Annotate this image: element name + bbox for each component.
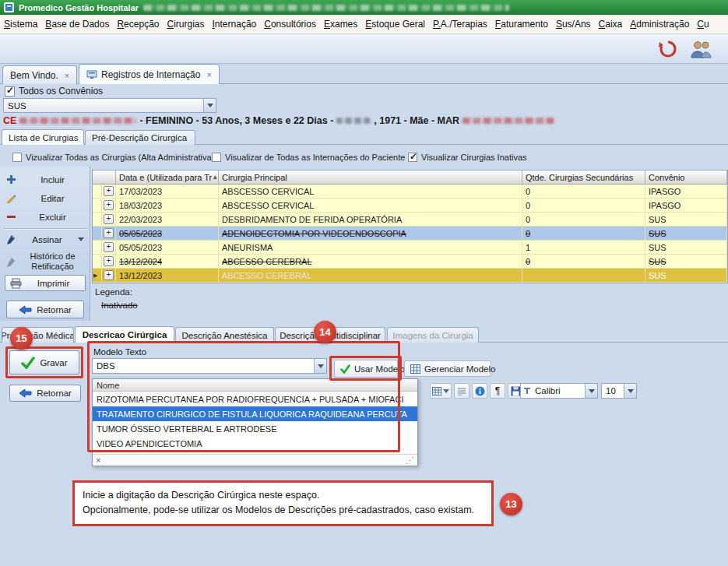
table-row[interactable]: + 22/03/2023 DESBRIDAMENTO DE FERIDA OPE… [93, 213, 727, 227]
tab-lista-de-cirurgias[interactable]: Lista de Cirurgias [2, 129, 84, 145]
info-icon[interactable] [472, 383, 487, 399]
table-row-inactive[interactable]: + 13/12/2024 ABCESSO CEREBRAL 0 SUS [93, 255, 727, 269]
table-header-row: Data e (Utilizada para Tr▲ Cirurgia Prin… [93, 171, 727, 185]
menu-item-recepcao[interactable]: Recepção [113, 16, 163, 33]
header-qtde-secundarias[interactable]: Qtde. Cirurgias Secundárias [522, 171, 645, 184]
close-icon[interactable]: × [65, 71, 69, 80]
menu-item-pa-terapias[interactable]: P.A./Terapias [429, 16, 491, 33]
chevron-down-icon[interactable] [585, 384, 597, 398]
header-cirurgia-principal[interactable]: Cirurgia Principal [219, 171, 522, 184]
tab-pre-descricao-cirurgica[interactable]: Pré-Descrição Cirurgica [85, 130, 195, 145]
editar-button[interactable]: Editar [2, 190, 89, 206]
annotation-balloon-14: 14 [314, 321, 336, 343]
cell-qtde: 0 [522, 255, 645, 268]
close-icon[interactable]: × [206, 70, 211, 79]
list-item[interactable]: TUMOR ÓSSEO VERTEBRAL E ARTRODESE [93, 421, 417, 436]
borders-icon[interactable] [454, 383, 470, 399]
insert-table-button[interactable] [430, 383, 452, 399]
arrow-left-icon [19, 305, 32, 315]
chevron-down-icon[interactable] [314, 359, 326, 373]
menu-item-estoque-geral[interactable]: Estoque Geral [361, 16, 429, 33]
checkbox-cirurgias-inativas[interactable]: Visualizar Cirurgias Inativas [408, 153, 527, 162]
exit-icon[interactable] [656, 38, 680, 60]
row-marker-icon: ▶ [93, 272, 97, 279]
list-item-selected[interactable]: TRATAMENTO CIRURGICO DE FISTULA LIQUORIC… [93, 406, 417, 421]
menu-item-caixa[interactable]: Caixa [595, 16, 627, 33]
redacted-mother-name [462, 118, 554, 124]
header-data[interactable]: Data e (Utilizada para Tr▲ [116, 171, 219, 184]
app-window: Promedico Gestão Hospitalar Sistema Base… [0, 0, 728, 566]
chevron-down-icon[interactable] [78, 237, 84, 241]
table-row[interactable]: + 17/03/2023 ABSCESSO CERVICAL 0 IPASGO [93, 185, 727, 199]
expand-row-button[interactable]: + [104, 256, 114, 266]
excluir-button[interactable]: Excluir [2, 209, 89, 225]
retornar-label: Retornar [37, 305, 72, 315]
checkbox-unchecked-icon [212, 153, 221, 162]
excluir-label: Excluir [21, 213, 84, 222]
clear-filter-icon[interactable]: × [96, 455, 100, 465]
todos-convenios-checkbox[interactable]: Todos os Convênios [5, 86, 103, 97]
resize-grip-icon[interactable]: ⋰ [406, 455, 414, 466]
menu-item-administracao[interactable]: Administração [626, 16, 693, 33]
list-column-header[interactable]: Nome [93, 379, 417, 392]
pilcrow-icon[interactable]: ¶ [490, 383, 505, 399]
table-row[interactable]: + 05/05/2023 ANEURISMA 1 SUS [93, 241, 727, 255]
chevron-down-icon[interactable] [203, 99, 216, 112]
cell-data: 13/12/2023 [116, 269, 219, 282]
expand-row-button[interactable]: + [104, 214, 114, 224]
cell-data: 22/03/2023 [116, 213, 219, 226]
todos-convenios-label: Todos os Convênios [19, 86, 103, 97]
gerenciar-modelo-label: Gerenciar Modelo [424, 364, 495, 374]
redacted-version-info [143, 5, 509, 11]
font-size-select[interactable]: 10 [601, 383, 637, 399]
gravar-button[interactable]: Gravar [9, 350, 79, 374]
menu-item-consultorios[interactable]: Consultórios [260, 16, 320, 33]
header-convenio[interactable]: Convênio [645, 171, 727, 184]
cell-data: 05/05/2023 [116, 241, 219, 254]
window-title: Promedico Gestão Hospitalar [19, 3, 139, 12]
expand-row-button[interactable]: + [104, 270, 114, 280]
menu-item-exames[interactable]: Exames [320, 16, 361, 33]
list-item[interactable]: VIDEO APENDICECTOMIA [93, 436, 417, 451]
historico-retificacao-button[interactable]: Histórico de Retificação [2, 250, 89, 273]
convenio-select[interactable]: SUS [3, 98, 216, 113]
users-icon[interactable] [689, 38, 712, 60]
expand-row-button[interactable]: + [104, 242, 114, 252]
assinar-button[interactable]: Assinar [2, 231, 89, 248]
tab-registros-internacao[interactable]: Registros de Internação × [79, 64, 220, 84]
checkbox-todas-internacoes[interactable]: Visualizar de Todas as Internações do Pa… [212, 153, 405, 162]
tab-bem-vindo[interactable]: Bem Vindo. × [2, 65, 77, 84]
expand-row-button[interactable]: + [104, 186, 114, 196]
font-family-select[interactable]: Calibri [520, 383, 598, 399]
usar-modelo-label: Usar Modelo [354, 364, 405, 374]
modelo-texto-select[interactable]: DBS [92, 358, 327, 374]
menu-item-sus-ans[interactable]: Sus/Ans [552, 16, 595, 33]
table-row-current[interactable]: ▶ + 13/12/2023 ABCESSO CEREBRAL SUS [93, 269, 727, 283]
table-row[interactable]: + 18/03/2023 ABSCESSO CERVICAL 0 IPASGO [93, 199, 727, 213]
gerenciar-modelo-button[interactable]: Gerenciar Modelo [404, 360, 491, 377]
expand-row-button[interactable]: + [104, 228, 114, 238]
menu-item-cirurgias[interactable]: Cirurgias [163, 16, 208, 33]
tab-descricao-cirurgica[interactable]: Descricao Cirúrgica [75, 326, 174, 343]
chevron-down-icon[interactable] [624, 384, 636, 398]
retornar-button[interactable]: Retornar [6, 301, 84, 318]
expand-row-button[interactable]: + [104, 200, 114, 210]
menu-item-faturamento[interactable]: Faturamento [491, 16, 552, 33]
tab-descricao-anestesica[interactable]: Descrição Anestésica [175, 327, 274, 343]
menu-item-truncated[interactable]: Cu [693, 16, 712, 33]
menu-item-internacao[interactable]: Internação [209, 16, 261, 33]
patient-id-prefix: CE [3, 115, 16, 126]
imprimir-button[interactable]: Imprimir [5, 275, 86, 291]
checkbox-todas-cirurgias[interactable]: Vizualizar Todas as Cirurgias (Alta Admi… [12, 153, 214, 162]
retornar-bottom-button[interactable]: Retornar [9, 385, 81, 402]
list-item[interactable]: RIZOTOMIA PERCUTANEA POR RADIOFREQUENCIA… [93, 392, 417, 406]
menu-item-base-de-dados[interactable]: Base de Dados [41, 16, 113, 33]
usar-modelo-button[interactable]: Usar Modelo [334, 360, 398, 378]
font-size-value: 10 [602, 386, 624, 395]
cell-cirurgia: ANEURISMA [219, 241, 522, 254]
header-blank [93, 171, 116, 184]
menu-item-sistema[interactable]: Sistema [0, 16, 41, 33]
incluir-button[interactable]: Incluir [2, 171, 89, 188]
gray-pen-icon [6, 257, 16, 267]
table-row-selected[interactable]: + 05/05/2023 ADENOIDECTOMIA POR VIDEOEND… [93, 227, 727, 241]
